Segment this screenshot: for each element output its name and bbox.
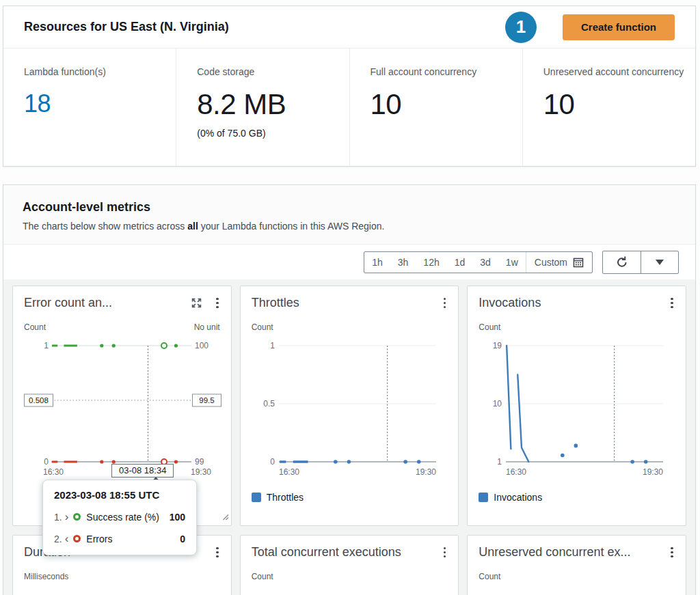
legend-item-throttles[interactable]: Throttles: [252, 492, 304, 503]
chart-title: Throttles: [252, 296, 442, 310]
time-range-1d[interactable]: 1d: [447, 252, 473, 273]
metric-value: 10: [371, 88, 511, 121]
svg-text:0: 0: [270, 457, 275, 467]
time-range-custom-button[interactable]: Custom: [526, 252, 592, 273]
refresh-button[interactable]: [603, 251, 641, 273]
y-axis-unit-label: Milliseconds: [24, 572, 68, 581]
svg-text:19:30: 19:30: [191, 467, 211, 477]
chart-title: Unreserved concurrent ex...: [479, 545, 669, 559]
tooltip-timestamp: 2023-03-08 18:55 UTC: [54, 489, 185, 501]
chart-menu-kebab-icon[interactable]: [215, 296, 220, 310]
svg-text:1: 1: [270, 341, 275, 350]
throttles-chart-plot: 10.5016:3019:30: [252, 335, 450, 482]
chart-menu-kebab-icon[interactable]: [669, 296, 675, 310]
create-function-button[interactable]: Create function: [563, 14, 675, 40]
metric-value: 18: [24, 89, 165, 118]
account-metrics-title: Account-level metrics: [23, 200, 676, 215]
legend-label: Invocations: [494, 492, 542, 503]
left-axis-unit-label: Count: [24, 322, 46, 332]
svg-text:99: 99: [195, 457, 204, 467]
y-axis-unit-label: Count: [479, 572, 500, 581]
chart-menu-kebab-icon[interactable]: [442, 546, 448, 559]
refresh-button-group: [602, 251, 679, 274]
svg-text:0.5: 0.5: [263, 399, 275, 409]
refresh-icon: [615, 255, 629, 269]
metric-label: Full account concurrency: [371, 65, 511, 79]
metric-label: Lambda function(s): [24, 65, 165, 79]
metric-unreserved-account-concurrency: Unreserved account concurrency 10: [523, 49, 695, 166]
chart-card-throttles: Throttles Count 10.5016:3019:30 Throttle…: [240, 286, 459, 526]
chevron-down-icon: [656, 260, 664, 265]
expand-icon[interactable]: [191, 297, 202, 309]
metric-label: Code storage: [197, 65, 338, 79]
svg-text:16:30: 16:30: [506, 467, 526, 477]
svg-text:16:30: 16:30: [279, 467, 299, 477]
tooltip-row-success-rate: 1. › Success rate (%) 100: [54, 511, 185, 523]
chart-menu-kebab-icon[interactable]: [669, 546, 675, 559]
legend-item-invocations[interactable]: Invocations: [479, 492, 542, 503]
time-range-1h[interactable]: 1h: [364, 252, 390, 273]
right-axis-unit-label: No unit: [194, 322, 220, 332]
error-count-chart-plot: 10100990.50899.516:3019:30: [24, 335, 222, 482]
time-range-1w[interactable]: 1w: [498, 252, 526, 273]
resources-panel-title: Resources for US East (N. Virginia): [24, 20, 505, 34]
chart-card-invocations: Invocations Count 1910116:3019:30 Invoca…: [467, 286, 686, 526]
svg-text:99.5: 99.5: [199, 396, 214, 404]
annotation-step-badge: 1: [505, 12, 537, 43]
y-axis-unit-label: Count: [252, 322, 273, 332]
card-resize-handle[interactable]: [221, 511, 229, 523]
account-metrics-header: Account-level metrics The charts below s…: [3, 185, 695, 244]
chart-card-unreserved-concurrent-executions: Unreserved concurrent ex... Count: [467, 535, 686, 595]
legend-swatch: [252, 493, 261, 502]
refresh-options-dropdown[interactable]: [641, 251, 678, 273]
svg-text:1: 1: [498, 457, 502, 467]
time-range-3h[interactable]: 3h: [390, 252, 416, 273]
legend-label: Throttles: [267, 492, 304, 503]
metric-lambda-functions: Lambda function(s) 18: [3, 49, 176, 166]
chart-hover-tooltip: 2023-03-08 18:55 UTC 1. › Success rate (…: [42, 480, 197, 555]
chart-title: Error count an...: [24, 296, 191, 310]
chart-hover-time-label: 03-08 18:34: [111, 464, 174, 478]
left-axis-chevron-icon: ‹: [65, 533, 69, 544]
svg-text:100: 100: [195, 341, 208, 350]
calendar-icon: [573, 257, 584, 268]
time-range-12h[interactable]: 12h: [416, 252, 446, 273]
account-resource-metrics: Lambda function(s) 18 Code storage 8.2 M…: [3, 49, 695, 166]
svg-text:19: 19: [493, 341, 502, 350]
chart-card-total-concurrent-executions: Total concurrent executions Count: [240, 535, 459, 595]
tooltip-row-errors: 2. ‹ Errors 0: [54, 533, 185, 544]
metric-full-account-concurrency: Full account concurrency 10: [350, 49, 523, 166]
chart-menu-kebab-icon[interactable]: [215, 546, 220, 559]
metric-label: Unreserved account concurrency: [543, 65, 684, 79]
legend-swatch: [479, 493, 488, 502]
svg-text:16:30: 16:30: [43, 467, 64, 477]
svg-text:19:30: 19:30: [643, 467, 663, 477]
svg-text:10: 10: [493, 399, 502, 409]
lambda-console-page: Resources for US East (N. Virginia) 1 Cr…: [0, 0, 700, 595]
svg-text:0.508: 0.508: [29, 396, 49, 404]
charts-toolbar: 1h 3h 12h 1d 3d 1w Custom: [3, 244, 695, 279]
metric-code-storage: Code storage 8.2 MB (0% of 75.0 GB): [176, 49, 349, 166]
svg-text:19:30: 19:30: [416, 467, 436, 477]
account-metrics-description: The charts below show metrics across all…: [23, 221, 676, 232]
chart-title: Total concurrent executions: [252, 545, 442, 559]
invocations-chart-plot: 1910116:3019:30: [479, 335, 677, 482]
time-range-3d[interactable]: 3d: [472, 252, 498, 273]
series-marker-success-rate: [73, 513, 81, 521]
chart-title: Invocations: [479, 296, 669, 310]
resources-panel-header: Resources for US East (N. Virginia) 1 Cr…: [3, 6, 695, 49]
metric-value: 8.2 MB: [197, 88, 338, 121]
y-axis-unit-label: Count: [252, 572, 273, 581]
svg-text:0: 0: [44, 457, 49, 467]
chart-menu-kebab-icon[interactable]: [442, 296, 448, 310]
svg-text:1: 1: [44, 341, 49, 350]
right-axis-chevron-icon: ›: [65, 511, 69, 523]
series-marker-errors: [73, 535, 81, 542]
metric-note: (0% of 75.0 GB): [197, 128, 338, 139]
y-axis-unit-label: Count: [479, 322, 500, 332]
metric-value: 10: [543, 88, 684, 121]
resources-panel: Resources for US East (N. Virginia) 1 Cr…: [3, 5, 696, 167]
time-range-selector: 1h 3h 12h 1d 3d 1w Custom: [364, 251, 593, 273]
